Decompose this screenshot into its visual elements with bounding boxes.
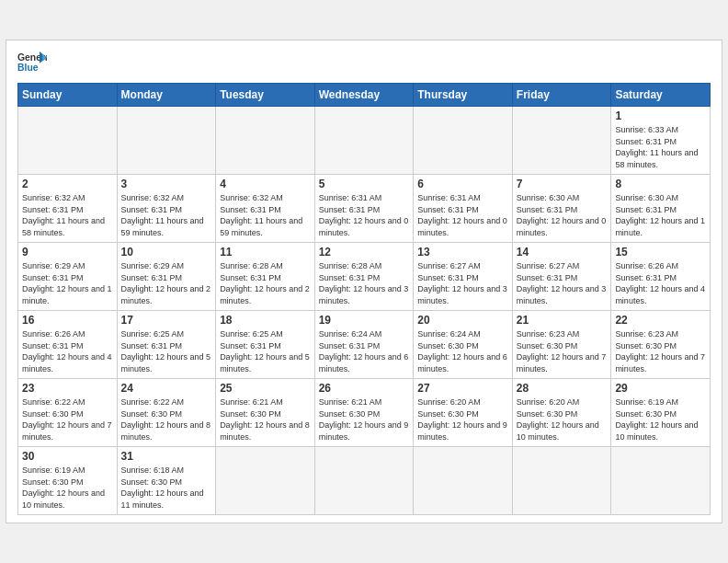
day-cell: 7Sunrise: 6:30 AMSunset: 6:31 PMDaylight…: [512, 175, 611, 243]
day-info: Sunrise: 6:32 AMSunset: 6:31 PMDaylight:…: [121, 192, 212, 238]
day-number: 12: [319, 246, 410, 259]
day-cell: 2Sunrise: 6:32 AMSunset: 6:31 PMDaylight…: [18, 175, 118, 243]
day-number: 5: [319, 178, 410, 190]
day-info: Sunrise: 6:31 AMSunset: 6:31 PMDaylight:…: [319, 192, 410, 238]
day-info: Sunrise: 6:27 AMSunset: 6:31 PMDaylight:…: [517, 260, 608, 306]
day-number: 24: [121, 382, 212, 395]
week-row-1: 2Sunrise: 6:32 AMSunset: 6:31 PMDaylight…: [18, 175, 711, 243]
day-cell: 4Sunrise: 6:32 AMSunset: 6:31 PMDaylight…: [216, 175, 315, 243]
day-info: Sunrise: 6:21 AMSunset: 6:30 PMDaylight:…: [220, 396, 311, 442]
day-number: 26: [319, 382, 410, 395]
week-row-0: 1Sunrise: 6:33 AMSunset: 6:31 PMDaylight…: [18, 107, 711, 175]
day-cell: 3Sunrise: 6:32 AMSunset: 6:31 PMDaylight…: [117, 175, 216, 243]
weekday-header-monday: Monday: [117, 84, 216, 107]
day-info: Sunrise: 6:22 AMSunset: 6:30 PMDaylight:…: [121, 396, 212, 442]
generalblue-logo-icon: General Blue: [17, 50, 47, 75]
day-number: 29: [615, 382, 706, 395]
weekday-header-thursday: Thursday: [414, 84, 513, 107]
week-row-4: 23Sunrise: 6:22 AMSunset: 6:30 PMDayligh…: [18, 379, 711, 447]
day-number: 10: [121, 246, 212, 259]
day-number: 13: [417, 246, 508, 259]
day-cell: 9Sunrise: 6:29 AMSunset: 6:31 PMDaylight…: [18, 243, 118, 311]
day-number: 11: [220, 246, 311, 259]
day-cell: 27Sunrise: 6:20 AMSunset: 6:30 PMDayligh…: [414, 379, 513, 447]
day-cell: 11Sunrise: 6:28 AMSunset: 6:31 PMDayligh…: [216, 243, 315, 311]
day-info: Sunrise: 6:28 AMSunset: 6:31 PMDaylight:…: [220, 260, 311, 306]
day-info: Sunrise: 6:18 AMSunset: 6:30 PMDaylight:…: [121, 465, 212, 511]
day-number: 19: [319, 314, 410, 327]
day-cell: 17Sunrise: 6:25 AMSunset: 6:31 PMDayligh…: [117, 311, 216, 379]
day-cell: [216, 447, 315, 515]
weekday-header-row: SundayMondayTuesdayWednesdayThursdayFrid…: [18, 84, 711, 107]
day-cell: 15Sunrise: 6:26 AMSunset: 6:31 PMDayligh…: [611, 243, 711, 311]
day-cell: 26Sunrise: 6:21 AMSunset: 6:30 PMDayligh…: [314, 379, 414, 447]
day-cell: [414, 447, 513, 515]
day-cell: 8Sunrise: 6:30 AMSunset: 6:31 PMDaylight…: [611, 175, 711, 243]
day-number: 1: [615, 109, 706, 122]
day-cell: 1Sunrise: 6:33 AMSunset: 6:31 PMDaylight…: [611, 107, 711, 175]
day-cell: 5Sunrise: 6:31 AMSunset: 6:31 PMDaylight…: [314, 175, 414, 243]
day-number: 22: [615, 314, 706, 327]
day-number: 20: [417, 314, 508, 327]
day-number: 4: [220, 178, 311, 190]
day-info: Sunrise: 6:24 AMSunset: 6:31 PMDaylight:…: [319, 328, 410, 374]
day-cell: 14Sunrise: 6:27 AMSunset: 6:31 PMDayligh…: [512, 243, 611, 311]
day-info: Sunrise: 6:33 AMSunset: 6:31 PMDaylight:…: [615, 124, 706, 170]
day-cell: 20Sunrise: 6:24 AMSunset: 6:30 PMDayligh…: [414, 311, 513, 379]
day-cell: [18, 107, 118, 175]
day-cell: 31Sunrise: 6:18 AMSunset: 6:30 PMDayligh…: [117, 447, 216, 515]
day-cell: 10Sunrise: 6:29 AMSunset: 6:31 PMDayligh…: [117, 243, 216, 311]
day-info: Sunrise: 6:31 AMSunset: 6:31 PMDaylight:…: [417, 192, 508, 238]
day-number: 2: [22, 178, 113, 190]
day-cell: 23Sunrise: 6:22 AMSunset: 6:30 PMDayligh…: [18, 379, 118, 447]
day-info: Sunrise: 6:28 AMSunset: 6:31 PMDaylight:…: [319, 260, 410, 306]
day-cell: 28Sunrise: 6:20 AMSunset: 6:30 PMDayligh…: [512, 379, 611, 447]
day-number: 28: [517, 382, 608, 395]
day-info: Sunrise: 6:30 AMSunset: 6:31 PMDaylight:…: [517, 192, 608, 238]
weekday-header-saturday: Saturday: [611, 84, 711, 107]
day-info: Sunrise: 6:20 AMSunset: 6:30 PMDaylight:…: [517, 396, 608, 442]
day-cell: [117, 107, 216, 175]
day-cell: 12Sunrise: 6:28 AMSunset: 6:31 PMDayligh…: [314, 243, 414, 311]
day-info: Sunrise: 6:23 AMSunset: 6:30 PMDaylight:…: [615, 328, 706, 374]
day-info: Sunrise: 6:32 AMSunset: 6:31 PMDaylight:…: [22, 192, 113, 238]
day-number: 16: [22, 314, 113, 327]
day-cell: 18Sunrise: 6:25 AMSunset: 6:31 PMDayligh…: [216, 311, 315, 379]
day-info: Sunrise: 6:30 AMSunset: 6:31 PMDaylight:…: [615, 192, 706, 238]
day-cell: [611, 447, 711, 515]
weekday-header-sunday: Sunday: [18, 84, 118, 107]
day-number: 23: [22, 382, 113, 395]
day-info: Sunrise: 6:25 AMSunset: 6:31 PMDaylight:…: [220, 328, 311, 374]
day-cell: 6Sunrise: 6:31 AMSunset: 6:31 PMDaylight…: [414, 175, 513, 243]
day-number: 25: [220, 382, 311, 395]
day-info: Sunrise: 6:26 AMSunset: 6:31 PMDaylight:…: [615, 260, 706, 306]
logo: General Blue: [17, 50, 47, 75]
day-number: 17: [121, 314, 212, 327]
day-info: Sunrise: 6:29 AMSunset: 6:31 PMDaylight:…: [121, 260, 212, 306]
day-number: 15: [615, 246, 706, 259]
day-info: Sunrise: 6:25 AMSunset: 6:31 PMDaylight:…: [121, 328, 212, 374]
week-row-3: 16Sunrise: 6:26 AMSunset: 6:31 PMDayligh…: [18, 311, 711, 379]
day-number: 27: [417, 382, 508, 395]
day-number: 21: [517, 314, 608, 327]
svg-text:Blue: Blue: [17, 63, 39, 73]
day-cell: [512, 447, 611, 515]
day-number: 8: [615, 178, 706, 190]
day-info: Sunrise: 6:27 AMSunset: 6:31 PMDaylight:…: [417, 260, 508, 306]
day-info: Sunrise: 6:26 AMSunset: 6:31 PMDaylight:…: [22, 328, 113, 374]
day-info: Sunrise: 6:20 AMSunset: 6:30 PMDaylight:…: [417, 396, 508, 442]
day-cell: 22Sunrise: 6:23 AMSunset: 6:30 PMDayligh…: [611, 311, 711, 379]
day-number: 9: [22, 246, 113, 259]
weekday-header-friday: Friday: [512, 84, 611, 107]
day-info: Sunrise: 6:22 AMSunset: 6:30 PMDaylight:…: [22, 396, 113, 442]
day-cell: 19Sunrise: 6:24 AMSunset: 6:31 PMDayligh…: [314, 311, 414, 379]
day-cell: 24Sunrise: 6:22 AMSunset: 6:30 PMDayligh…: [117, 379, 216, 447]
day-info: Sunrise: 6:24 AMSunset: 6:30 PMDaylight:…: [417, 328, 508, 374]
day-info: Sunrise: 6:23 AMSunset: 6:30 PMDaylight:…: [517, 328, 608, 374]
week-row-5: 30Sunrise: 6:19 AMSunset: 6:30 PMDayligh…: [18, 447, 711, 515]
weekday-header-wednesday: Wednesday: [314, 84, 414, 107]
day-number: 14: [517, 246, 608, 259]
day-info: Sunrise: 6:19 AMSunset: 6:30 PMDaylight:…: [22, 465, 113, 511]
day-number: 6: [417, 178, 508, 190]
calendar-grid: SundayMondayTuesdayWednesdayThursdayFrid…: [17, 83, 711, 515]
